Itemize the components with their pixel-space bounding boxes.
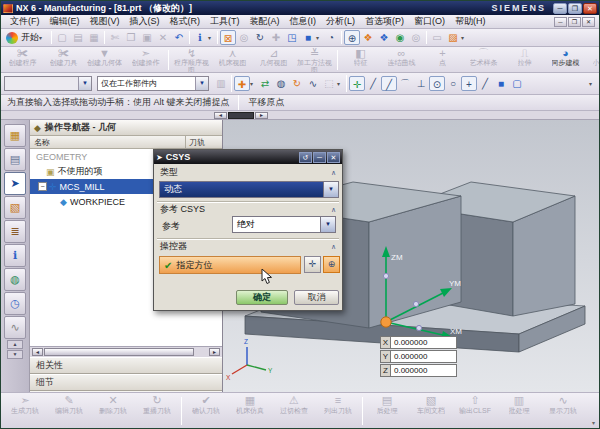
scroll-thumb[interactable] [228, 112, 254, 119]
csys-dialog-titlebar[interactable]: CSYS [154, 150, 342, 164]
point-dialog-button[interactable]: ✛ [304, 256, 321, 273]
selection-scope-combo[interactable]: 仅在工作部件内 ▼ [97, 76, 209, 91]
bottombar-caret-icon[interactable]: ▾ [592, 419, 597, 428]
nav-scroll-right-button[interactable]: ► [209, 348, 220, 356]
specify-orientation-row[interactable]: ✔ 指定方位 [159, 256, 301, 274]
rect-caret-icon[interactable]: ▾ [337, 80, 344, 87]
constraint-a-icon[interactable] [360, 30, 376, 45]
mdi-restore-button[interactable] [568, 17, 581, 27]
swap-icon[interactable] [257, 76, 273, 91]
close-button[interactable] [583, 3, 597, 14]
tab-web-browser[interactable] [4, 268, 26, 291]
menu-information[interactable]: 信息(I) [285, 15, 322, 28]
reference-collapse-icon[interactable]: ∧ [331, 206, 336, 214]
nav-scroll-thumb[interactable] [44, 348, 194, 356]
dialog-minimize-button[interactable] [313, 152, 326, 163]
cancel-button[interactable]: 取消 [294, 290, 339, 305]
maximize-button[interactable] [568, 3, 582, 14]
selection-filter-combo[interactable]: ▼ [4, 76, 92, 91]
snap-circle-icon[interactable] [445, 76, 461, 91]
column-toolpath[interactable]: 刀轨 [186, 136, 222, 148]
minimize-button[interactable] [553, 3, 567, 14]
solid-shaded-icon[interactable] [493, 76, 509, 91]
menu-window[interactable]: 窗口(O) [409, 15, 450, 28]
tab-part-navigator[interactable] [4, 196, 26, 219]
menu-help[interactable]: 帮助(H) [450, 15, 491, 28]
dialog-close-button[interactable] [327, 152, 340, 163]
tab-operation-navigator[interactable] [4, 172, 26, 195]
snap-point-icon[interactable] [349, 76, 365, 91]
x-value-field[interactable]: 0.000000 [391, 336, 457, 349]
undo-icon[interactable] [171, 30, 187, 45]
rotate-view-icon[interactable] [252, 30, 268, 45]
overflow-caret-icon[interactable]: ▾ [208, 34, 215, 41]
scroll-right-button[interactable]: ► [255, 112, 268, 119]
redo-orange-icon[interactable] [289, 76, 305, 91]
resource-scroll-up-button[interactable]: ▲ [7, 340, 23, 349]
tab-constraint-navigator[interactable] [4, 148, 26, 171]
flat-icon[interactable] [429, 30, 445, 45]
rotate-handle-x-icon[interactable] [416, 325, 421, 330]
start-menu-button[interactable]: 开始 ▾ [3, 31, 49, 44]
menu-edit[interactable]: 编辑(E) [45, 15, 85, 28]
menu-preferences[interactable]: 首选项(P) [360, 15, 409, 28]
fit-view-icon[interactable] [220, 30, 236, 45]
zoom-icon[interactable] [236, 30, 252, 45]
snap-line2-icon[interactable] [381, 76, 397, 91]
y-value-field[interactable]: 0.000000 [391, 350, 457, 363]
menu-view[interactable]: 视图(V) [85, 15, 125, 28]
globe-icon[interactable] [273, 76, 289, 91]
clock-icon[interactable] [323, 30, 339, 45]
menu-format[interactable]: 格式(R) [165, 15, 206, 28]
pan-icon[interactable] [268, 30, 284, 45]
info-icon[interactable] [192, 30, 208, 45]
ok-button[interactable]: 确定 [236, 290, 288, 305]
column-name[interactable]: 名称 [30, 136, 186, 148]
snap-perp-icon[interactable] [413, 76, 429, 91]
shaded-caret-icon[interactable]: ▾ [316, 34, 323, 41]
snap-arc-icon[interactable] [397, 76, 413, 91]
dashed-rect-icon[interactable] [321, 76, 337, 91]
reference-dropdown[interactable]: 绝对 ▼ [232, 216, 336, 233]
type-dropdown-icon[interactable]: ▼ [323, 182, 338, 197]
menu-insert[interactable]: 插入(S) [125, 15, 165, 28]
origin-ball-handle[interactable] [381, 317, 391, 327]
mdi-close-button[interactable] [582, 17, 595, 27]
filter-dropdown-icon[interactable]: ▼ [78, 77, 91, 90]
rotate-handle-z-icon[interactable] [383, 273, 388, 278]
hide-icon[interactable] [408, 30, 424, 45]
scope-dropdown-icon[interactable]: ▼ [195, 77, 208, 90]
row1-caret-icon[interactable]: ▾ [461, 34, 468, 41]
z-value-field[interactable]: 0.000000 [391, 364, 457, 377]
pin-icon[interactable] [34, 123, 41, 133]
menu-file[interactable]: 文件(F) [5, 15, 45, 28]
constraint-b-icon[interactable] [376, 30, 392, 45]
tab-history[interactable] [4, 292, 26, 315]
csys-dialog-button[interactable]: ⊕ [323, 256, 340, 273]
snap-slash-icon[interactable] [477, 76, 493, 91]
tab-hd3d-tools[interactable] [4, 244, 26, 267]
snap-plus-icon[interactable] [234, 76, 250, 91]
row3-caret-icon[interactable]: ▾ [589, 80, 596, 87]
spline-icon[interactable] [305, 76, 321, 91]
type-section-header[interactable]: 类型 ∧ [160, 166, 336, 179]
type-collapse-icon[interactable]: ∧ [331, 169, 336, 177]
snap-cross-icon[interactable] [461, 76, 477, 91]
orient-csys-icon[interactable] [344, 30, 360, 45]
manipulator-section-header[interactable]: 操控器 ∧ [160, 240, 336, 253]
nav-scroll-left-button[interactable]: ◄ [32, 348, 43, 356]
resource-scroll-down-button[interactable]: ▼ [7, 350, 23, 359]
synchronous-modeling-button[interactable]: 同步建模 [545, 47, 586, 72]
shaded-view-icon[interactable] [300, 30, 316, 45]
snap-center-icon[interactable] [429, 76, 445, 91]
reference-dropdown-icon[interactable]: ▼ [320, 217, 335, 232]
menu-tools[interactable]: 工具(T) [205, 15, 245, 28]
tab-palettes[interactable] [4, 316, 26, 339]
tab-reuse-library[interactable] [4, 220, 26, 243]
scroll-left-button[interactable]: ◄ [214, 112, 227, 119]
hatch-icon[interactable] [445, 30, 461, 45]
tab-assembly-navigator[interactable] [4, 124, 26, 147]
mdi-minimize-button[interactable] [554, 17, 567, 27]
type-dropdown[interactable]: 动态 ▼ [159, 181, 339, 198]
rotate-handle-y-icon[interactable] [413, 301, 418, 306]
